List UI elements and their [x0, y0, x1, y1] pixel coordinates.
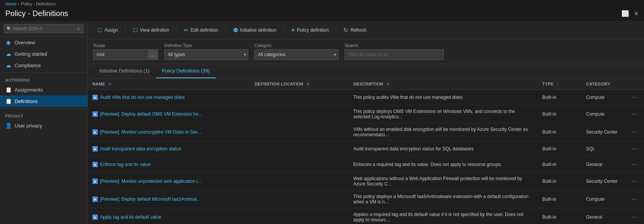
initiative-definition-button[interactable]: ⊕ Initiative definition: [229, 24, 280, 36]
assign-button[interactable]: ☐ Assign: [93, 25, 122, 35]
definition-type-select[interactable]: All types Built-in Custom: [164, 49, 248, 60]
sidebar-divider-1: [0, 73, 87, 73]
table-row[interactable]: ■ Audit transparent data encryption stat…: [88, 141, 644, 157]
assignments-icon: 📋: [5, 87, 11, 93]
view-definition-button[interactable]: ☐ View definition: [129, 25, 173, 35]
privacy-section-label: PRIVACY: [0, 110, 87, 120]
refresh-icon: ↻: [343, 27, 348, 34]
sidebar-item-getting-started[interactable]: ☁ Getting started: [0, 48, 87, 60]
cell-name-5: ■ [Preview]: Monitor unprotected web app…: [88, 172, 250, 190]
sidebar-item-assignments[interactable]: 📋 Assignments: [0, 84, 87, 95]
initiative-definition-icon: ⊕: [233, 26, 238, 34]
scope-filter: Scope root …: [93, 43, 158, 60]
row-more-button-6[interactable]: ···: [630, 195, 639, 203]
column-header-location[interactable]: DEFINITION LOCATION ⇅: [250, 79, 349, 90]
row-icon-0: ■: [92, 95, 98, 100]
row-more-button-7[interactable]: ···: [630, 213, 639, 221]
tab-initiative-definitions[interactable]: Initiative Definitions (1): [93, 64, 156, 78]
cell-description-5: Web applications without a Web Applicati…: [349, 172, 538, 190]
search-filter-input[interactable]: [345, 49, 444, 60]
toolbar-divider-5: [336, 26, 336, 34]
toolbar-divider-1: [125, 26, 126, 34]
content-area: ☐ Assign ☐ View definition ✏ Edit defini…: [88, 21, 644, 224]
category-select[interactable]: All categories Compute General Security …: [254, 49, 338, 60]
table-row[interactable]: ■ [Preview]: Deploy default OMS VM Exten…: [88, 105, 644, 123]
row-more-button-0[interactable]: ···: [630, 93, 639, 102]
row-more-button-1[interactable]: ···: [630, 110, 639, 118]
cell-description-6: This policy deploys a Microsoft IaaSAnti…: [349, 190, 538, 208]
cell-location-3: [250, 141, 349, 157]
row-more-button-5[interactable]: ···: [630, 177, 639, 185]
column-header-category[interactable]: CATEGORY: [581, 79, 625, 90]
table-row[interactable]: ■ [Preview]: Monitor unencrypted VM Disk…: [88, 123, 644, 141]
scope-ellipsis-button[interactable]: …: [147, 49, 158, 60]
getting-started-icon: ☁: [5, 51, 11, 57]
table-row[interactable]: ■ Apply tag and its default value Applie…: [88, 208, 644, 224]
scope-input[interactable]: root: [93, 49, 147, 60]
table-row[interactable]: ■ [Preview]: Deploy default Microsoft Ia…: [88, 190, 644, 208]
sidebar-item-definitions[interactable]: 📋 Definitions: [0, 95, 87, 107]
row-more-button-3[interactable]: ···: [630, 145, 639, 153]
type-sort-icon: ↑: [557, 82, 558, 86]
cell-name-0: ■ Audit VMs that do not use managed disk…: [88, 90, 250, 105]
row-icon-1: ■: [92, 111, 98, 117]
category-label: Category: [254, 43, 338, 48]
cell-category-7: General: [581, 208, 625, 224]
collapse-sidebar-button[interactable]: «: [77, 26, 80, 32]
location-sort-icon: ⇅: [306, 82, 309, 86]
sidebar-divider-2: [0, 108, 87, 109]
row-more-button-4[interactable]: ···: [630, 160, 639, 169]
cell-category-2: Security Center: [581, 123, 625, 141]
authoring-section-label: AUTHORING: [0, 74, 87, 84]
cell-name-6: ■ [Preview]: Deploy default Microsoft Ia…: [88, 190, 250, 208]
cell-actions-5: ···: [626, 172, 644, 190]
table-row[interactable]: ■ [Preview]: Monitor unprotected web app…: [88, 172, 644, 190]
sidebar: 🔍 « ◉ Overview ☁ Getting started ☁ Compl…: [0, 21, 88, 224]
policy-definition-icon: +: [291, 27, 295, 34]
cell-type-6: Built-in: [538, 190, 582, 208]
cell-category-1: Compute: [581, 105, 625, 123]
table-row[interactable]: ■ Audit VMs that do not use managed disk…: [88, 90, 644, 105]
edit-definition-button[interactable]: ✏ Edit definition: [180, 25, 222, 35]
cell-actions-4: ···: [626, 157, 644, 172]
sidebar-item-label: Overview: [15, 40, 35, 45]
row-more-button-2[interactable]: ···: [630, 128, 639, 136]
policy-definition-button[interactable]: + Policy definition: [287, 24, 333, 36]
column-header-description[interactable]: DESCRIPTION ⇅: [349, 79, 538, 90]
close-icon[interactable]: ✕: [634, 10, 639, 17]
cell-category-5: Security Center: [581, 172, 625, 190]
row-icon-7: ■: [92, 214, 98, 220]
row-icon-6: ■: [92, 197, 98, 202]
definition-type-filter: Definition Type All types Built-in Custo…: [164, 43, 248, 60]
cell-description-1: This policy deploys OMS VM Extensions on…: [349, 105, 538, 123]
breadcrumb: Home › Policy - Definitions: [0, 0, 644, 8]
cell-type-2: Built-in: [538, 123, 582, 141]
cell-name-2: ■ [Preview]: Monitor unencrypted VM Disk…: [88, 123, 250, 141]
sidebar-search-container: 🔍 «: [0, 21, 87, 37]
view-definition-icon: ☐: [133, 27, 138, 33]
definition-type-label: Definition Type: [164, 43, 248, 48]
refresh-button[interactable]: ↻ Refresh: [339, 24, 371, 36]
table-container: NAME ⇅ DEFINITION LOCATION ⇅ DESCRIPTION…: [88, 79, 644, 224]
minimize-icon[interactable]: ⬜: [621, 10, 629, 17]
table-row[interactable]: ■ Enforce tag and its value Enforces a r…: [88, 157, 644, 172]
cell-name-3: ■ Audit transparent data encryption stat…: [88, 141, 250, 157]
cell-category-0: Compute: [581, 90, 625, 105]
cell-location-6: [250, 190, 349, 208]
breadcrumb-current: Policy - Definitions: [21, 2, 55, 6]
cell-category-4: General: [581, 157, 625, 172]
cell-type-3: Built-in: [538, 141, 582, 157]
toolbar: ☐ Assign ☐ View definition ✏ Edit defini…: [88, 21, 644, 39]
tab-policy-definitions[interactable]: Policy Definitions (39): [156, 64, 216, 78]
column-header-type[interactable]: TYPE ↑: [538, 79, 582, 90]
breadcrumb-home[interactable]: Home: [5, 2, 16, 6]
sidebar-item-overview[interactable]: ◉ Overview: [0, 37, 87, 48]
edit-definition-icon: ✏: [184, 27, 189, 33]
sidebar-item-user-privacy[interactable]: 👤 User privacy: [0, 120, 87, 131]
sidebar-item-compliance[interactable]: ☁ Compliance: [0, 60, 87, 71]
toolbar-divider-3: [225, 26, 226, 34]
toolbar-divider-2: [176, 26, 177, 34]
search-input[interactable]: [4, 24, 84, 33]
column-header-name[interactable]: NAME ⇅: [88, 79, 250, 90]
cell-type-7: Built-in: [538, 208, 582, 224]
